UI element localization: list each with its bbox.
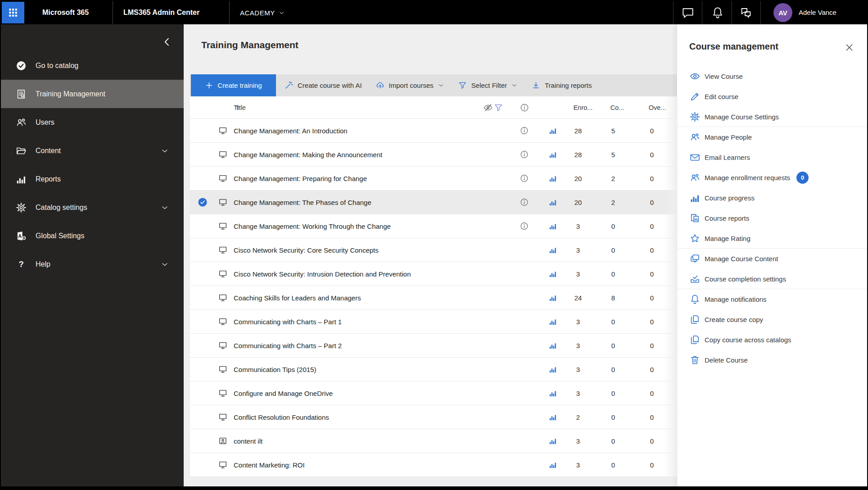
table-row[interactable]: Cisco Network Security: Intrusion Detect… <box>190 262 678 286</box>
chat-button[interactable] <box>681 6 695 19</box>
table-row[interactable]: Change Management: The Phases of Change … <box>190 191 678 214</box>
sidebar-item-reports[interactable]: Reports <box>1 165 184 193</box>
panel-item-course-completion-settings[interactable]: Course completion settings <box>677 269 867 289</box>
panel-item-manage-course-settings[interactable]: Manage Course Settings <box>677 107 867 127</box>
course-progress-icon[interactable] <box>548 150 557 159</box>
info-icon[interactable] <box>520 174 529 183</box>
avatar[interactable]: AV <box>773 3 792 22</box>
chevron-down-icon <box>278 9 285 16</box>
overdue-count: 0 <box>638 342 665 349</box>
overdue-count: 0 <box>638 461 665 469</box>
course-title: Change Management: Working Through the C… <box>234 222 391 230</box>
microsoft-365-link[interactable]: Microsoft 365 <box>42 1 89 24</box>
column-header-title[interactable]: Title <box>234 104 241 111</box>
completed-count: 0 <box>600 413 627 421</box>
overdue-count: 0 <box>638 246 665 254</box>
panel-item-manage-course-content[interactable]: Manage Course Content <box>677 249 867 269</box>
column-visibility-icon[interactable] <box>483 103 493 113</box>
create-training-button[interactable]: Create training <box>191 74 276 96</box>
training-reports-button[interactable]: Training reports <box>526 74 597 96</box>
panel-item-course-progress[interactable]: Course progress <box>677 188 867 208</box>
sidebar-item-training-management[interactable]: Training Management <box>1 80 184 108</box>
course-progress-icon[interactable] <box>548 126 557 135</box>
sidebar-item-users[interactable]: Users <box>1 108 184 136</box>
table-row[interactable]: content ilt 3 0 0 <box>190 429 678 453</box>
sidebar-item-go-to-catalog[interactable]: Go to catalog <box>1 51 184 80</box>
panel-item-create-course-copy[interactable]: Create course copy <box>677 309 867 330</box>
monitor-icon <box>218 388 228 398</box>
panel-item-manage-rating[interactable]: Manage Rating <box>677 228 867 249</box>
user-name[interactable]: Adele Vance <box>799 1 836 24</box>
column-header-overdue[interactable]: Ove... <box>642 104 673 111</box>
course-progress-icon[interactable] <box>548 317 557 326</box>
info-icon[interactable] <box>520 126 529 136</box>
panel-item-copy-course-across-catalogs[interactable]: Copy course across catalogs <box>677 330 867 350</box>
course-progress-icon[interactable] <box>548 365 557 374</box>
chat-icon <box>681 6 695 19</box>
table-row[interactable]: Change Management: Working Through the C… <box>190 214 678 238</box>
panel-item-email-learners[interactable]: Email Learners <box>677 147 867 168</box>
column-header-enrolled[interactable]: Enro... <box>567 104 599 111</box>
course-progress-icon[interactable] <box>548 198 557 207</box>
app-a-icon <box>15 230 27 242</box>
info-icon[interactable] <box>520 198 529 207</box>
course-progress-icon[interactable] <box>548 293 557 302</box>
panel-item-course-reports[interactable]: Course reports <box>677 208 867 228</box>
import-courses-button[interactable]: Import courses <box>370 74 450 96</box>
panel-item-manage-notifications[interactable]: Manage notifications <box>677 289 867 309</box>
column-header-completed[interactable]: Co... <box>601 104 633 111</box>
selected-check-icon[interactable] <box>198 197 208 207</box>
sidebar-item-global-settings[interactable]: Global Settings <box>1 222 184 250</box>
course-progress-icon[interactable] <box>548 245 557 254</box>
course-progress-icon[interactable] <box>548 389 557 398</box>
table-row[interactable]: Change Management: Making the Announceme… <box>190 143 678 167</box>
course-title: Communication Tips (2015) <box>234 366 316 373</box>
panel-item-manage-enrollment-requests[interactable]: Manage enrollment requests 0 <box>677 168 867 188</box>
table-row[interactable]: Coaching Skills for Leaders and Managers… <box>190 286 678 310</box>
feedback-button[interactable] <box>739 6 753 19</box>
info-icon[interactable] <box>520 150 529 159</box>
notifications-button[interactable] <box>711 6 724 19</box>
course-title: Content Marketing: ROI <box>234 461 305 469</box>
course-progress-icon[interactable] <box>548 269 557 278</box>
completed-count: 0 <box>600 318 627 326</box>
completed-count: 0 <box>600 390 627 397</box>
table-row[interactable]: Content Marketing: ROI 3 0 0 <box>190 453 678 477</box>
chevron-down-icon <box>160 146 169 155</box>
course-progress-icon[interactable] <box>548 413 557 422</box>
panel-item-delete-course[interactable]: Delete Course <box>677 350 867 370</box>
course-progress-icon[interactable] <box>548 222 557 231</box>
overdue-count: 0 <box>638 437 665 445</box>
sidebar-item-help[interactable]: Help <box>1 250 184 278</box>
panel-item-manage-people[interactable]: Manage People <box>677 127 867 147</box>
table-row[interactable]: Communication Tips (2015) 3 0 0 <box>190 358 678 381</box>
course-progress-icon[interactable] <box>548 460 557 469</box>
app-launcher-button[interactable] <box>2 2 24 23</box>
course-progress-icon[interactable] <box>548 341 557 350</box>
enrolled-count: 3 <box>565 366 592 373</box>
panel-item-edit-course[interactable]: Edit course <box>677 86 867 107</box>
sidebar-collapse-button[interactable] <box>161 36 173 48</box>
course-progress-icon[interactable] <box>548 436 557 445</box>
table-row[interactable]: Communicating with Charts – Part 1 3 0 0 <box>190 310 678 334</box>
table-row[interactable]: Change Management: An Introduction 28 5 … <box>190 119 678 143</box>
table-row[interactable]: Cisco Network Security: Core Security Co… <box>190 238 678 262</box>
table-row[interactable]: Change Management: Preparing for Change … <box>190 167 678 191</box>
info-icon[interactable] <box>520 103 529 113</box>
close-panel-button[interactable] <box>844 42 854 53</box>
app-title-link[interactable]: LMS365 Admin Center <box>123 1 199 24</box>
monitor-icon <box>218 317 228 327</box>
filter-icon[interactable] <box>493 103 503 113</box>
select-filter-button[interactable]: Select Filter <box>452 74 523 96</box>
create-course-with-ai-button[interactable]: Create course with AI <box>279 74 367 96</box>
info-icon[interactable] <box>520 222 529 231</box>
panel-menu: View Course Edit course Manage Course Se… <box>677 66 867 370</box>
table-row[interactable]: Configure and Manage OneDrive 3 0 0 <box>190 381 678 405</box>
course-progress-icon[interactable] <box>548 174 557 183</box>
panel-item-view-course[interactable]: View Course <box>677 66 867 86</box>
sidebar-item-content[interactable]: Content <box>1 136 184 165</box>
tenant-selector[interactable]: ACADEMY <box>240 1 285 24</box>
sidebar-item-catalog-settings[interactable]: Catalog settings <box>1 193 184 222</box>
table-row[interactable]: Conflict Resolution Foundations 2 0 0 <box>190 405 678 429</box>
table-row[interactable]: Communicating with Charts – Part 2 3 0 0 <box>190 334 678 358</box>
